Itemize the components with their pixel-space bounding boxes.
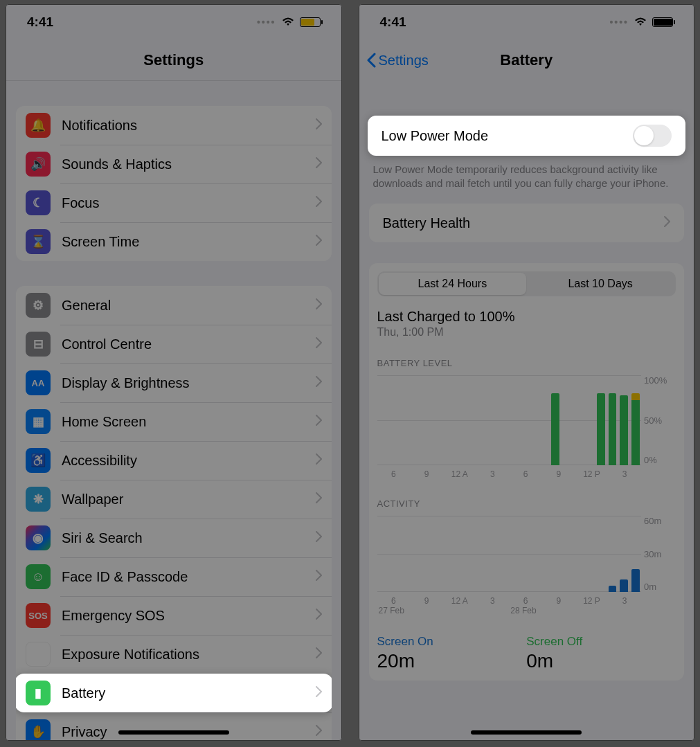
chevron-right-icon bbox=[316, 376, 322, 390]
home-indicator[interactable] bbox=[471, 730, 582, 735]
switches-icon: ⊟ bbox=[26, 332, 51, 357]
back-label: Settings bbox=[379, 53, 429, 69]
battery-status-icon bbox=[652, 17, 673, 27]
bell-icon: 🔔 bbox=[26, 113, 51, 138]
clock: 4:41 bbox=[380, 15, 406, 30]
screen-off-value: 0m bbox=[526, 650, 676, 672]
sos-icon: SOS bbox=[26, 603, 51, 628]
settings-row-notifications[interactable]: 🔔Notifications bbox=[16, 106, 332, 145]
chevron-right-icon bbox=[316, 570, 322, 584]
activity-chart: 60m30m0m bbox=[377, 516, 676, 592]
screen-stats: Screen On 20m Screen Off 0m bbox=[377, 635, 676, 672]
wifi-icon bbox=[282, 15, 294, 30]
screen-on-label: Screen On bbox=[377, 635, 527, 649]
row-label: Notifications bbox=[62, 118, 316, 134]
row-label: Siri & Search bbox=[62, 530, 316, 546]
face-icon: ☺ bbox=[26, 564, 51, 589]
aa-icon: AA bbox=[26, 370, 51, 395]
clock: 4:41 bbox=[27, 15, 53, 30]
screen-off-label: Screen Off bbox=[526, 635, 676, 649]
gear-icon: ⚙ bbox=[26, 293, 51, 318]
cellular-icon: •••• bbox=[609, 17, 629, 28]
battery-level-chart: 100%50%0% bbox=[377, 375, 676, 465]
chevron-right-icon bbox=[316, 453, 322, 467]
covid-icon: ☀ bbox=[26, 642, 51, 667]
home-indicator[interactable] bbox=[118, 730, 229, 735]
chevron-right-icon bbox=[316, 118, 322, 132]
flower-icon: ❋ bbox=[26, 487, 51, 512]
battery-health-row[interactable]: Battery Health bbox=[369, 204, 685, 242]
status-bar: 4:41 •••• bbox=[6, 5, 341, 39]
row-label: Screen Time bbox=[62, 234, 316, 250]
row-label: Focus bbox=[62, 195, 316, 211]
row-label: Exposure Notifications bbox=[62, 647, 316, 663]
activity-label: ACTIVITY bbox=[377, 498, 676, 509]
settings-row-battery[interactable]: ▮Battery bbox=[16, 674, 332, 712]
settings-screen: 4:41 •••• Settings 🔔Notifications🔊Sounds… bbox=[6, 4, 342, 741]
last-charged-title: Last Charged to 100% bbox=[377, 309, 676, 325]
battery-level-label: BATTERY LEVEL bbox=[377, 358, 676, 368]
chevron-right-icon bbox=[316, 157, 322, 171]
settings-row-sounds[interactable]: 🔊Sounds & Haptics bbox=[16, 145, 332, 183]
low-power-mode-row[interactable]: Low Power Mode bbox=[368, 116, 686, 156]
settings-row-faceid[interactable]: ☺Face ID & Passcode bbox=[16, 557, 332, 596]
settings-row-accessibility[interactable]: ♿Accessibility bbox=[16, 441, 332, 480]
segment-24h[interactable]: Last 24 Hours bbox=[379, 273, 527, 295]
chevron-right-icon bbox=[316, 647, 322, 661]
chevron-right-icon bbox=[316, 725, 322, 739]
chevron-right-icon bbox=[316, 492, 322, 506]
chevron-right-icon bbox=[316, 337, 322, 351]
page-title: Battery bbox=[500, 51, 553, 69]
person-icon: ♿ bbox=[26, 448, 51, 473]
row-label: Wallpaper bbox=[62, 492, 316, 507]
settings-row-display[interactable]: AADisplay & Brightness bbox=[16, 363, 332, 402]
segment-10d[interactable]: Last 10 Days bbox=[526, 273, 674, 295]
usage-card: Last 24 Hours Last 10 Days Last Charged … bbox=[369, 263, 685, 681]
chevron-right-icon bbox=[316, 196, 322, 210]
low-power-mode-label: Low Power Mode bbox=[382, 128, 634, 144]
last-charged-time: Thu, 1:00 PM bbox=[377, 326, 676, 339]
siri-icon: ◉ bbox=[26, 525, 51, 550]
battery-icon: ▮ bbox=[26, 681, 51, 705]
chevron-right-icon bbox=[316, 609, 322, 622]
settings-row-privacy[interactable]: ✋Privacy bbox=[16, 712, 332, 741]
settings-row-wallpaper[interactable]: ❋Wallpaper bbox=[16, 480, 332, 519]
row-label: Control Centre bbox=[62, 336, 316, 352]
row-label: Battery bbox=[62, 685, 316, 701]
settings-row-screentime[interactable]: ⌛Screen Time bbox=[16, 222, 332, 261]
settings-row-exposure[interactable]: ☀Exposure Notifications bbox=[16, 635, 332, 674]
grid-icon: ▦ bbox=[26, 409, 51, 434]
chevron-right-icon bbox=[316, 235, 322, 249]
moon-icon: ☾ bbox=[26, 190, 51, 215]
wifi-icon bbox=[634, 15, 647, 30]
hand-icon: ✋ bbox=[26, 719, 51, 741]
chevron-right-icon bbox=[316, 298, 322, 312]
cellular-icon: •••• bbox=[257, 17, 276, 28]
row-label: Face ID & Passcode bbox=[62, 569, 316, 585]
settings-row-control[interactable]: ⊟Control Centre bbox=[16, 325, 332, 363]
settings-row-focus[interactable]: ☾Focus bbox=[16, 183, 332, 222]
chevron-left-icon bbox=[366, 53, 376, 68]
nav-header: Settings bbox=[6, 39, 341, 81]
screen-on-value: 20m bbox=[377, 650, 527, 672]
row-label: Sounds & Haptics bbox=[62, 156, 316, 172]
low-power-mode-toggle[interactable] bbox=[633, 125, 672, 147]
status-bar: 4:41 •••• bbox=[359, 5, 694, 39]
row-label: Accessibility bbox=[62, 453, 316, 469]
low-power-mode-description: Low Power Mode temporarily reduces backg… bbox=[359, 156, 694, 204]
chevron-right-icon bbox=[316, 531, 322, 545]
hourglass-icon: ⌛ bbox=[26, 229, 51, 254]
chevron-right-icon bbox=[316, 686, 322, 700]
settings-row-home[interactable]: ▦Home Screen bbox=[16, 402, 332, 441]
row-label: Emergency SOS bbox=[62, 608, 316, 624]
chevron-right-icon bbox=[316, 415, 322, 429]
row-label: General bbox=[62, 298, 316, 314]
page-title: Settings bbox=[143, 51, 204, 69]
battery-status-icon bbox=[300, 17, 321, 27]
settings-row-general[interactable]: ⚙General bbox=[16, 286, 332, 325]
settings-row-sos[interactable]: SOSEmergency SOS bbox=[16, 596, 332, 635]
row-label: Home Screen bbox=[62, 414, 316, 430]
time-range-segment: Last 24 Hours Last 10 Days bbox=[377, 271, 676, 296]
back-button[interactable]: Settings bbox=[366, 53, 429, 69]
settings-row-siri[interactable]: ◉Siri & Search bbox=[16, 519, 332, 557]
